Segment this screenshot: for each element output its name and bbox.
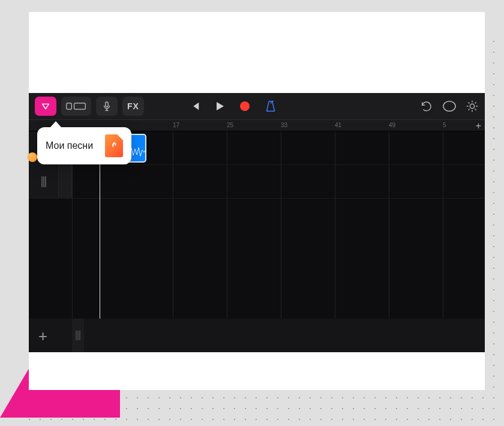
svg-point-4 [443,101,455,112]
svg-rect-0 [67,103,72,109]
record-icon[interactable] [239,100,251,112]
microphone-icon [101,101,112,112]
my-songs-button[interactable] [35,97,56,116]
add-section-button[interactable]: + [476,121,481,131]
svg-point-5 [470,104,474,108]
grip-icon [40,175,48,188]
mic-button[interactable] [96,97,118,116]
metronome-icon[interactable] [264,100,277,113]
grip-icon [74,329,82,341]
svg-rect-1 [74,103,86,109]
play-icon[interactable] [214,100,226,112]
loop-browser-icon[interactable] [442,100,457,113]
triangle-down-icon [40,101,51,112]
add-track-button[interactable]: + [38,327,47,346]
svg-point-3 [240,101,250,111]
ruler-tick: 5 [443,122,446,128]
track-row[interactable] [29,165,485,199]
view-toggle-button[interactable] [61,97,91,116]
garageband-document-icon [105,134,123,157]
toolbar: FX [29,93,485,119]
gear-icon[interactable] [466,100,479,113]
ruler-tick: 49 [389,122,395,128]
undo-icon[interactable] [420,100,433,113]
track-icon-peek [28,152,37,162]
skip-back-icon[interactable] [190,101,200,112]
popover-label: Мои песни [46,140,93,151]
ruler-tick: 33 [281,122,287,128]
fx-button[interactable]: FX [122,97,144,116]
track-header[interactable] [29,165,59,198]
tracks-area: Get In Th…-Ding) 2 + [29,131,485,352]
add-track-bar: + [29,319,485,352]
ruler-tick: 25 [227,122,233,128]
track-view-icon [66,101,86,112]
my-songs-popover[interactable]: Мои песни [37,127,131,164]
svg-rect-2 [106,102,109,107]
ruler-tick: 41 [335,122,341,128]
track-grip-column [72,319,84,352]
ruler-tick: 17 [173,122,179,128]
